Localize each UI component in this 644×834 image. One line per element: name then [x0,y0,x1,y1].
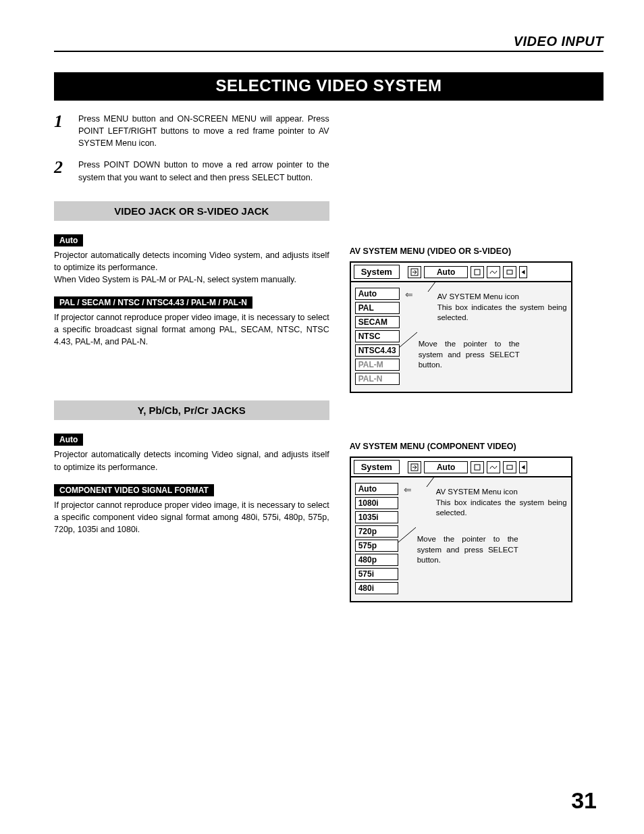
step-2: 2 Press POINT DOWN button to move a red … [54,159,329,183]
osd-item-ntsc443[interactable]: NTSC4.43 [355,344,400,357]
body-text: Projector automatically detects incoming… [54,249,329,286]
wave-icon [487,461,500,473]
svg-rect-2 [507,270,512,274]
pill-component-format: COMPONENT VIDEO SIGNAL FORMAT [54,484,214,496]
svg-line-3 [428,281,436,292]
osd-item-secam[interactable]: SECAM [355,316,400,328]
osd-item-ntsc[interactable]: NTSC [355,330,400,342]
annot-move-pointer: Move the pointer to the system and press… [419,339,520,371]
osd-system-chip: System [354,265,400,279]
osd-item-1080i[interactable]: 1080i [355,497,398,509]
pill-auto: Auto [54,234,83,246]
body-text: Projector automatically detects incoming… [54,448,329,473]
osd-item-480p[interactable]: 480p [355,554,398,566]
osd-caption: AV SYSTEM MENU (COMPONENT VIDEO) [350,442,603,451]
svg-line-4 [400,332,417,347]
osd-panel-video: System Auto Auto PAL SECAM NTSC NTSC4.43… [350,261,572,393]
osd-menubar: System Auto [351,263,571,282]
osd-item-palm[interactable]: PAL-M [355,359,400,371]
annot-menu-icon: AV SYSTEM Menu icon [436,487,567,498]
page-title-bar: SELECTING VIDEO SYSTEM [54,72,603,101]
subsection-component-jacks: Y, Pb/Cb, Pr/Cr JACKS [54,400,329,420]
triangle-left-icon [519,461,527,473]
pill-auto: Auto [54,434,83,446]
subsection-video-jack: VIDEO JACK OR S-VIDEO JACK [54,201,329,221]
annot-box-selected: This box indicates the system being sele… [437,303,567,323]
svg-rect-6 [475,465,480,470]
step-1: 1 Press MENU button and ON-SCREEN MENU w… [54,113,329,149]
osd-system-list: Auto 1080i 1035i 720p 575p 480p 575i 480… [355,483,398,594]
body-text: If projector cannot reproduce proper vid… [54,499,329,536]
osd-selected-chip: Auto [424,461,468,473]
svg-rect-7 [507,465,512,469]
osd-item-pal[interactable]: PAL [355,302,400,314]
osd-item-575p[interactable]: 575p [355,540,398,552]
annot-move-pointer: Move the pointer to the system and press… [417,534,518,566]
annot-box-selected: This box indicates the system being sele… [436,498,567,519]
section-header: VIDEO INPUT [54,34,603,49]
square-icon [471,266,484,278]
osd-annotations: AV SYSTEM Menu icon This box indicates t… [419,288,567,385]
step-number: 1 [54,113,69,149]
square-icon [471,461,484,473]
osd-selected-chip: Auto [424,266,468,278]
svg-line-9 [398,527,416,542]
wave-icon [487,266,500,278]
step-text: Press MENU button and ON-SCREEN MENU wil… [78,113,329,149]
osd-item-auto[interactable]: Auto [355,288,400,300]
osd-item-auto[interactable]: Auto [355,483,398,495]
osd-caption: AV SYSTEM MENU (VIDEO OR S-VIDEO) [350,246,603,256]
osd-item-720p[interactable]: 720p [355,525,398,538]
screen-icon [503,461,516,473]
osd-item-1035i[interactable]: 1035i [355,511,398,523]
pill-pal-list: PAL / SECAM / NTSC / NTSC4.43 / PAL-M / … [54,296,252,309]
osd-system-list: Auto PAL SECAM NTSC NTSC4.43 PAL-M PAL-N [355,288,400,385]
pointer-left-icon: ⇐ [405,289,413,300]
header-rule [54,51,603,52]
annot-menu-icon: AV SYSTEM Menu icon [437,292,567,303]
steps-list: 1 Press MENU button and ON-SCREEN MENU w… [54,113,329,184]
step-number: 2 [54,159,69,183]
osd-item-paln[interactable]: PAL-N [355,373,400,385]
body-text: If projector cannot reproduce proper vid… [54,311,329,348]
triangle-left-icon [519,266,527,278]
screen-icon [503,266,516,278]
step-text: Press POINT DOWN button to move a red ar… [78,159,329,183]
arrow-in-icon [408,266,421,278]
osd-annotations: AV SYSTEM Menu icon This box indicates t… [417,483,567,594]
pointer-left-icon: ⇐ [404,484,412,495]
svg-rect-1 [475,269,480,275]
page-number: 31 [571,787,597,814]
osd-menubar: System Auto [351,458,571,477]
svg-line-8 [427,476,435,487]
osd-system-chip: System [354,460,400,474]
osd-panel-component: System Auto Auto 1080i 1035i 720p 575p 4… [350,457,572,602]
arrow-in-icon [408,461,421,473]
osd-item-575i[interactable]: 575i [355,568,398,580]
osd-item-480i[interactable]: 480i [355,582,398,594]
